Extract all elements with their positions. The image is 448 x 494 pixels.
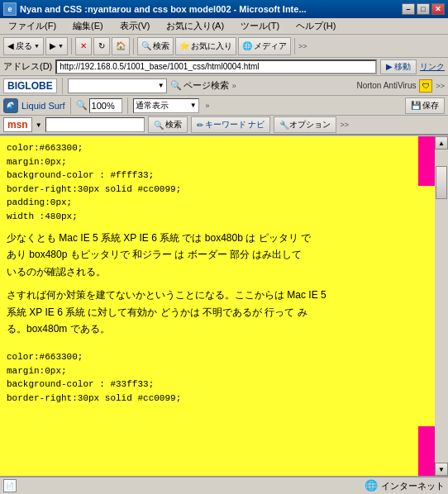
- biglobe-logo[interactable]: BIGLOBE: [3, 78, 57, 93]
- status-internet-label: インターネット: [381, 480, 445, 492]
- msn-gear-icon: 🔧: [279, 121, 289, 130]
- code-line-8: margin:0px;: [7, 364, 428, 378]
- media-label: メディア: [254, 40, 287, 52]
- zoom-value[interactable]: 100%: [89, 98, 122, 113]
- links-label[interactable]: リンク: [420, 61, 445, 73]
- norton-area: Norton AntiVirus 🛡 >>: [356, 79, 445, 93]
- liquid-surf-icon: 🌊: [3, 98, 18, 113]
- msn-keyword-button[interactable]: ✏ キーワード ナビ: [191, 116, 271, 133]
- scroll-track[interactable]: [435, 150, 448, 463]
- favorites-button[interactable]: ⭐ お気に入り: [175, 37, 236, 55]
- code-line-10: border-right:30px solid #cc0099;: [7, 392, 428, 406]
- msn-keyword-label: キーワード ナビ: [205, 119, 265, 131]
- stop-button[interactable]: ✕: [75, 37, 92, 55]
- search-label: 検索: [153, 40, 169, 52]
- titlebar-buttons[interactable]: – □ ✕: [402, 3, 445, 15]
- msn-logo[interactable]: msn: [3, 117, 32, 132]
- biglobe-dropdown-arrow: ▼: [158, 82, 164, 89]
- toolbar-biglobe: BIGLOBE ▼ 🔍 ページ検索 » Norton AntiVirus 🛡 >…: [0, 76, 448, 96]
- scroll-down-button[interactable]: ▼: [435, 463, 448, 476]
- code-line-6: width :480px;: [7, 210, 428, 224]
- home-button[interactable]: 🏠: [112, 37, 130, 55]
- menu-file[interactable]: ファイル(F): [3, 18, 61, 34]
- go-button[interactable]: ▶ 移動: [380, 59, 417, 74]
- paragraph-1: 少なくとも Mac IE 5 系統 XP IE 6 系統 では box480b …: [7, 230, 428, 280]
- code-line-2: margin:0px;: [7, 155, 428, 169]
- code-line-5: padding:0px;: [7, 196, 428, 210]
- msn-search-icon: 🔍: [154, 121, 164, 130]
- liquid-surf-button[interactable]: Liquid Surf: [21, 101, 65, 111]
- save-label: 保存: [422, 100, 439, 112]
- media-button[interactable]: 🌐 メディア: [238, 37, 291, 55]
- content-main-2: color:#663300; margin:0px; background-co…: [0, 347, 435, 410]
- biglobe-search-icon: 🔍: [170, 80, 182, 91]
- address-input[interactable]: [55, 59, 377, 74]
- biglobe-search-area: 🔍 ページ検索: [170, 79, 229, 92]
- ie-icon: e: [3, 2, 17, 16]
- msn-extend-button[interactable]: >>: [340, 121, 349, 129]
- titlebar: e Nyan and CSS :nyantarou and css box mo…: [0, 0, 448, 18]
- window-title: Nyan and CSS :nyantarou and css box mode…: [20, 4, 307, 14]
- nav-separator1: [71, 38, 72, 55]
- minimize-button[interactable]: –: [402, 3, 415, 15]
- biglobe-separator1: [62, 78, 63, 94]
- search-button[interactable]: 🔍 検索: [137, 37, 174, 55]
- view-dropdown-arrow: ▼: [190, 102, 197, 109]
- norton-icon: 🛡: [419, 79, 432, 93]
- save-icon: 💾: [411, 101, 421, 110]
- go-label: 移動: [394, 61, 411, 73]
- scroll-up-button[interactable]: ▲: [435, 136, 448, 150]
- menu-edit[interactable]: 編集(E): [68, 18, 108, 34]
- msn-search-label: 検索: [165, 119, 182, 131]
- refresh-button[interactable]: ↻: [93, 37, 110, 55]
- code-line-1: color:#663300;: [7, 141, 428, 155]
- forward-dropdown-icon: ▼: [58, 43, 64, 49]
- status-internet-area: 🌐 インターネット: [365, 479, 445, 492]
- msn-dropdown-arrow[interactable]: ▼: [36, 121, 42, 129]
- toolbar-liquid: 🌊 Liquid Surf 🔍 100% 通常表示 ▼ » 💾 保存: [0, 96, 448, 116]
- view-mode-dropdown[interactable]: 通常表示 ▼: [133, 98, 199, 113]
- menubar: ファイル(F) 編集(E) 表示(V) お気に入り(A) ツール(T) ヘルプ(…: [0, 18, 448, 35]
- biglobe-search-label: ページ検索: [183, 79, 229, 92]
- nav-separator2: [133, 38, 134, 55]
- favorites-label: お気に入り: [191, 40, 232, 52]
- menu-help[interactable]: ヘルプ(H): [291, 18, 341, 34]
- status-page-icon[interactable]: 📄: [3, 479, 17, 492]
- msn-search-input[interactable]: [45, 117, 145, 132]
- biglobe-dropdown[interactable]: ▼: [68, 78, 167, 93]
- close-button[interactable]: ✕: [431, 3, 445, 15]
- media-icon: 🌐: [242, 41, 252, 50]
- side-decoration: [418, 136, 435, 476]
- forward-arrow-icon: ▶: [50, 41, 56, 50]
- menu-favorites[interactable]: お気に入り(A): [161, 18, 229, 34]
- view-mode-label: 通常表示: [136, 100, 169, 112]
- menu-view[interactable]: 表示(V): [115, 18, 155, 34]
- liquid-extend-button[interactable]: »: [206, 102, 210, 110]
- msn-search-button[interactable]: 🔍 検索: [148, 116, 188, 133]
- search-icon: 🔍: [141, 41, 151, 50]
- biglobe-extend-button[interactable]: »: [232, 82, 236, 90]
- back-arrow-icon: ◀: [7, 41, 14, 50]
- content-area: color:#663300; margin:0px; background-co…: [0, 135, 448, 476]
- nav-extend-button[interactable]: >>: [298, 42, 307, 50]
- content-main: color:#663300; margin:0px; background-co…: [0, 136, 435, 347]
- menu-tools[interactable]: ツール(T): [236, 18, 284, 34]
- norton-label: Norton AntiVirus: [356, 81, 416, 90]
- content-wrapper: color:#663300; margin:0px; background-co…: [0, 136, 435, 476]
- norton-extend-button[interactable]: >>: [436, 82, 445, 90]
- save-button[interactable]: 💾 保存: [405, 97, 445, 114]
- star-icon: ⭐: [179, 41, 189, 50]
- scroll-thumb[interactable]: [436, 166, 447, 199]
- code-line-4: border-right:30px solid #cc0099;: [7, 183, 428, 197]
- back-dropdown-icon: ▼: [34, 43, 40, 49]
- address-label: アドレス(D): [3, 60, 52, 73]
- code-block-1: color:#663300; margin:0px; background-co…: [7, 141, 428, 223]
- forward-button[interactable]: ▶ ▼: [45, 37, 68, 55]
- pink-strip-bottom: [418, 426, 435, 476]
- msn-option-label: オプション: [289, 119, 331, 131]
- maximize-button[interactable]: □: [417, 3, 430, 15]
- msn-option-button[interactable]: 🔧 オプション: [274, 116, 336, 133]
- vertical-scrollbar[interactable]: ▲ ▼: [435, 136, 448, 476]
- nav-separator3: [294, 38, 295, 55]
- back-button[interactable]: ◀ 戻る ▼: [3, 37, 44, 55]
